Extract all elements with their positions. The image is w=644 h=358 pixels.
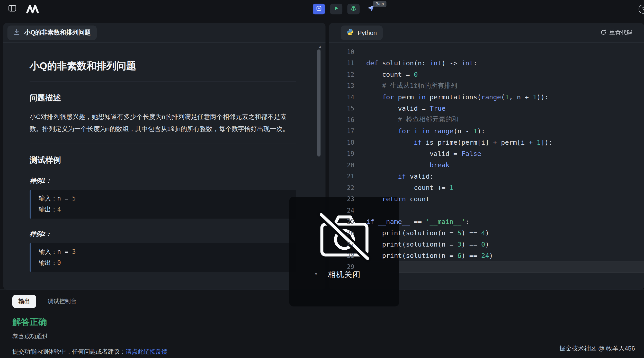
code-text: for i in range(n - 1):	[354, 127, 485, 135]
reset-code-label: 重置代码	[610, 29, 633, 37]
help-button[interactable]: ?	[639, 5, 644, 14]
marscode-logo	[25, 5, 41, 14]
description-heading: 问题描述	[30, 93, 296, 103]
result-subtitle: 恭喜成功通过	[12, 333, 644, 340]
line-number: 26	[329, 229, 354, 237]
code-text: print(solution(n = 6) == 24)	[354, 252, 493, 259]
sidebar-toggle-button[interactable]	[7, 3, 18, 15]
footer-credit: 掘金技术社区 @ 牧羊人456	[559, 345, 635, 352]
code-text: count = 0	[354, 71, 418, 78]
toolbar: Beta	[312, 4, 377, 14]
line-number: 25	[329, 218, 354, 225]
problem-description: 小C对排列很感兴趣，她想知道有多少个长度为n的排列满足任意两个相邻元素之和都不是…	[30, 111, 296, 135]
code-text: valid = False	[354, 150, 481, 158]
line-number: 27	[329, 241, 354, 248]
divider	[30, 82, 296, 82]
code-line[interactable]: 10	[329, 46, 644, 57]
feedback-link[interactable]: 请点此链接反馈	[126, 348, 167, 355]
result-title: 解答正确	[12, 316, 644, 328]
problem-content: 小Q的非素数和排列问题 问题描述 小C对排列很感兴趣，她想知道有多少个长度为n的…	[3, 43, 326, 289]
submit-button[interactable]: Beta	[364, 4, 377, 14]
code-line[interactable]: 15 valid = True	[329, 103, 644, 114]
beta-badge: Beta	[373, 1, 386, 7]
problem-panel: 小Q的非素数和排列问题 小Q的非素数和排列问题 问题描述 小C对排列很感兴趣，她…	[3, 23, 326, 290]
line-number: 21	[329, 173, 354, 180]
code-text: count += 1	[354, 184, 454, 191]
feedback-note-text: 提交功能内测体验中，任何问题或者建议：	[12, 348, 126, 355]
code-editor[interactable]: 1011def solution(n: int) -> int:12 count…	[329, 43, 644, 270]
line-number: 23	[329, 195, 354, 203]
code-text: return count	[354, 195, 430, 203]
line-number: 20	[329, 161, 354, 169]
code-line[interactable]: 26 print(solution(n = 5) == 4)	[329, 227, 644, 239]
question-icon: ?	[642, 6, 644, 12]
line-number: 12	[329, 71, 354, 78]
add-square-icon	[315, 5, 322, 13]
editor-panel-header: Python 重置代码 切换	[329, 23, 644, 43]
debug-button[interactable]	[347, 4, 360, 14]
line-number: 15	[329, 105, 354, 112]
code-line[interactable]: 14 for perm in permutations(range(1, n +…	[329, 91, 644, 103]
code-line[interactable]: 18 if is_prime(perm[i] + perm[i + 1]):	[329, 137, 644, 148]
samples-list: 样例1：输入：n = 5输出：4样例2：输入：n = 3输出：0	[30, 177, 296, 272]
editor-actions: 重置代码 切换	[600, 29, 644, 37]
code-text: print(solution(n = 3) == 0)	[354, 240, 489, 248]
code-line[interactable]: 27 print(solution(n = 3) == 0)	[329, 239, 644, 250]
sample-code-block: 输入：n = 3输出：0	[30, 243, 296, 272]
problem-panel-header: 小Q的非素数和排列问题	[3, 23, 326, 43]
code-line[interactable]: 17 for i in range(n - 1):	[329, 125, 644, 137]
line-number: 19	[329, 150, 354, 158]
refresh-icon	[600, 29, 606, 37]
code-text: for perm in permutations(range(1, n + 1)…	[354, 93, 549, 101]
problem-title-chip[interactable]: 小Q的非素数和排列问题	[7, 25, 97, 40]
code-lines: 1011def solution(n: int) -> int:12 count…	[329, 46, 644, 273]
run-button[interactable]	[330, 4, 342, 14]
line-number: 17	[329, 127, 354, 135]
language-chip[interactable]: Python	[341, 25, 383, 40]
download-icon	[13, 28, 20, 37]
code-line[interactable]: 24	[329, 205, 644, 216]
code-text: def solution(n: int) -> int:	[354, 59, 477, 67]
code-line[interactable]: 19 valid = False	[329, 148, 644, 159]
top-bar: Beta ?	[0, 0, 644, 18]
add-debug-button[interactable]	[312, 4, 325, 14]
python-icon	[346, 28, 354, 37]
app-window: Beta ? 小Q的非素数和排列问题 小Q的非素数和排列问题 问题描述	[0, 0, 644, 358]
problem-title: 小Q的非素数和排列问题	[30, 59, 296, 72]
code-line[interactable]: 11def solution(n: int) -> int:	[329, 57, 644, 69]
language-label: Python	[357, 29, 377, 36]
output-tab[interactable]: 输出	[12, 295, 36, 308]
sample-code-block: 输入：n = 5输出：4	[30, 190, 296, 219]
code-line[interactable]: 13 # 生成从1到n的所有排列	[329, 80, 644, 91]
line-number: 29	[329, 263, 354, 271]
scroll-down-icon[interactable]: ▾	[315, 271, 317, 277]
sidebar-toggle-icon	[8, 4, 16, 14]
scroll-up-icon[interactable]: ▴	[319, 44, 321, 49]
code-text: # 检查相邻元素的和	[354, 115, 459, 124]
scrollbar-thumb[interactable]	[317, 49, 321, 156]
bug-icon	[350, 5, 357, 13]
code-text: valid = True	[354, 104, 446, 112]
code-line[interactable]: 25if __name__ == '__main__':	[329, 216, 644, 227]
code-line[interactable]: 16 # 检查相邻元素的和	[329, 114, 644, 125]
problem-header-title: 小Q的非素数和排列问题	[24, 29, 91, 37]
sample-label: 样例2：	[30, 230, 296, 238]
line-number: 11	[329, 59, 354, 67]
code-line[interactable]: 12 count = 0	[329, 69, 644, 80]
code-line[interactable]: 23 return count	[329, 193, 644, 205]
code-line[interactable]: 29	[329, 261, 644, 273]
line-number: 10	[329, 48, 354, 56]
code-line[interactable]: 22 count += 1	[329, 182, 644, 193]
line-number: 28	[329, 252, 354, 259]
reset-code-button[interactable]: 重置代码	[600, 29, 632, 37]
code-text: # 生成从1到n的所有排列	[354, 81, 457, 90]
code-line[interactable]: 28 print(solution(n = 6) == 24)	[329, 250, 644, 261]
code-line[interactable]: 20 break	[329, 159, 644, 171]
samples-heading: 测试样例	[30, 155, 296, 166]
line-number: 24	[329, 207, 354, 214]
line-number: 18	[329, 139, 354, 146]
line-number: 16	[329, 116, 354, 124]
code-line[interactable]: 21 if valid:	[329, 171, 644, 182]
debug-console-tab[interactable]: 调试控制台	[47, 295, 77, 308]
sample-label: 样例1：	[30, 177, 296, 185]
